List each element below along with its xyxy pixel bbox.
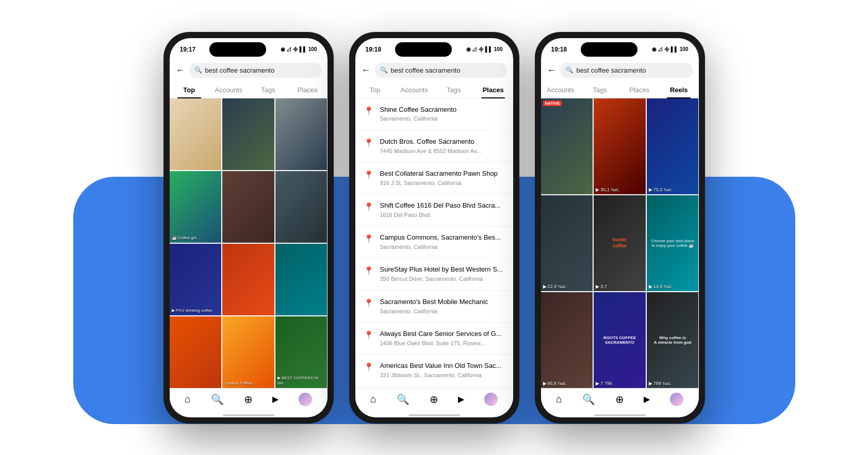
tab-tags-3[interactable]: Tags (580, 82, 620, 98)
label-11: Caribou Coffee... (224, 381, 255, 386)
nav-home-2[interactable]: ⌂ (370, 393, 376, 405)
photo-grid-1: ☕ Coffee girl ▶ POV drinking coffee (170, 98, 327, 388)
place-item-1[interactable]: 📍 Dutch Bros. Coffee Sacramento 7445 Mad… (355, 130, 513, 162)
photo-cell-7[interactable]: ▶ POV drinking coffee (170, 244, 222, 315)
place-name-6: Sacramento's Best Mobile Mechanic (380, 298, 505, 307)
place-name-0: Shine Coffee Sacramento (380, 106, 505, 114)
nav-search-1[interactable]: 🔍 (211, 393, 224, 406)
nav-reels-2[interactable]: ▶ (458, 394, 464, 404)
reels-grid: NATIVE ▶ 30,1 тыс. ▶ 70,3 тыс. (541, 98, 699, 388)
reel-cell-5[interactable]: truckscoffee ▶ 3,7 (594, 195, 646, 291)
status-time-1: 19:17 (180, 46, 196, 53)
content-3: NATIVE ▶ 30,1 тыс. ▶ 70,3 тыс. (541, 98, 699, 388)
place-name-4: Campus Commons, Sacramento's Bes... (380, 233, 505, 242)
place-addr-0: Sacramento, California (380, 115, 505, 122)
nav-add-2[interactable]: ⊕ (430, 393, 438, 406)
tab-tags-1[interactable]: Tags (249, 82, 288, 98)
place-item-2[interactable]: 📍 Best Collateral Sacramento Pawn Shop 9… (355, 162, 513, 194)
overlay-10 (170, 316, 222, 388)
overlay-4: ☕ Coffee girl (170, 171, 222, 243)
tabs-3: Accounts Tags Places Reels (541, 82, 699, 98)
search-text-3: best coffee sacramento (577, 66, 646, 74)
tab-reels-3[interactable]: Reels (659, 82, 699, 98)
dynamic-island-2 (395, 42, 452, 57)
photo-cell-1[interactable] (170, 98, 222, 170)
dynamic-island-1 (209, 42, 266, 57)
signal-icon-1: ◉ ⊿ 令 ▌▌ 100 (281, 46, 317, 53)
signal-icon-3: ◉ ⊿ 令 ▌▌ 100 (652, 46, 689, 53)
reel-cell-6[interactable]: Choose your best place to enjoy your cof… (647, 195, 699, 291)
place-item-3[interactable]: 📍 Shift Coffee 1616 Del Paso Blvd Sacra.… (355, 194, 513, 226)
tab-top-1[interactable]: Top (170, 82, 209, 98)
reel-cell-1[interactable]: NATIVE (541, 98, 593, 194)
reel-overlay-3: ▶ 70,3 тыс. (649, 187, 673, 192)
search-text-2: best coffee sacramento (391, 66, 461, 74)
place-addr-7: 1406 Blue Oaks Blvd. Suite 175, Rosevi..… (380, 340, 505, 347)
tab-tags-2[interactable]: Tags (434, 82, 474, 98)
reel-cell-7[interactable]: ▶ 95,8 тыс. (541, 292, 593, 388)
tab-accounts-2[interactable]: Accounts (395, 82, 434, 98)
phone-1-screen: 19:17 ◉ ⊿ 令 ▌▌ 100 ← 🔍 best coffee sacra… (170, 38, 327, 417)
place-item-0[interactable]: 📍 Shine Coffee Sacramento Sacramento, Ca… (355, 98, 513, 130)
place-item-4[interactable]: 📍 Campus Commons, Sacramento's Bes... Sa… (355, 226, 513, 258)
tab-places-1[interactable]: Places (288, 82, 327, 98)
tab-accounts-1[interactable]: Accounts (209, 82, 249, 98)
reel-count-6: 13,9 тыс. (653, 284, 673, 289)
reel-cell-4[interactable]: ▶ 22,9 тыс. (541, 195, 593, 291)
nav-add-3[interactable]: ⊕ (615, 393, 624, 406)
nav-avatar-2[interactable] (484, 393, 498, 406)
nav-home-3[interactable]: ⌂ (556, 393, 562, 405)
photo-cell-12[interactable]: ▶ BEST COFFEES IN NH (275, 316, 327, 388)
tab-places-3[interactable]: Places (620, 82, 660, 98)
back-button-1[interactable]: ← (176, 65, 185, 76)
play-icon-6: ▶ (649, 284, 652, 289)
scene: 19:17 ◉ ⊿ 令 ▌▌ 100 ← 🔍 best coffee sacra… (0, 0, 868, 455)
place-pin-5: 📍 (364, 266, 374, 276)
photo-cell-3[interactable] (275, 98, 327, 170)
back-button-3[interactable]: ← (547, 65, 556, 76)
nav-avatar-1[interactable] (299, 393, 312, 406)
photo-cell-2[interactable] (222, 98, 274, 170)
nav-search-2[interactable]: 🔍 (397, 393, 410, 406)
tab-top-2[interactable]: Top (355, 82, 395, 98)
reel-cell-2[interactable]: ▶ 30,1 тыс. (594, 98, 646, 194)
nav-reels-3[interactable]: ▶ (644, 394, 650, 404)
search-wrapper-1[interactable]: 🔍 best coffee sacramento (189, 63, 321, 78)
reel-cell-8[interactable]: ROOTS COFFEESACRAMENTO ▶ 7 796 (594, 292, 646, 388)
label-12: ▶ BEST COFFEES IN NH (277, 376, 325, 385)
back-button-2[interactable]: ← (362, 65, 371, 76)
photo-cell-6[interactable] (275, 171, 327, 243)
search-wrapper-2[interactable]: 🔍 best coffee sacramento (375, 63, 507, 78)
search-bar-2: ← 🔍 best coffee sacramento (355, 59, 513, 82)
nav-add-1[interactable]: ⊕ (244, 393, 253, 406)
photo-cell-10[interactable] (170, 316, 222, 388)
place-item-6[interactable]: 📍 Sacramento's Best Mobile Mechanic Sacr… (355, 291, 513, 323)
tabs-1: Top Accounts Tags Places (170, 82, 327, 98)
nav-search-3[interactable]: 🔍 (582, 393, 595, 406)
status-time-3: 19:18 (551, 46, 567, 53)
place-info-3: Shift Coffee 1616 Del Paso Blvd Sacra...… (380, 201, 505, 218)
search-wrapper-3[interactable]: 🔍 best coffee sacramento (561, 63, 693, 78)
place-pin-1: 📍 (364, 138, 374, 148)
play-icon-3: ▶ (649, 187, 652, 192)
nav-reels-1[interactable]: ▶ (272, 394, 279, 404)
place-pin-2: 📍 (364, 170, 374, 180)
place-pin-6: 📍 (364, 298, 374, 308)
place-pin-8: 📍 (364, 362, 374, 372)
nav-avatar-3[interactable] (670, 393, 683, 406)
place-item-8[interactable]: 📍 Americas Best Value Inn Old Town Sac..… (355, 355, 513, 386)
reel-cell-9[interactable]: Why coffee isA miracle from god ▶ 789 ты… (647, 292, 699, 388)
tab-places-2[interactable]: Places (473, 82, 513, 98)
nav-home-1[interactable]: ⌂ (185, 393, 191, 405)
photo-cell-8[interactable] (222, 244, 274, 315)
photo-cell-5[interactable] (222, 171, 274, 243)
place-name-3: Shift Coffee 1616 Del Paso Blvd Sacra... (380, 201, 505, 210)
place-item-5[interactable]: 📍 SureStay Plus Hotel by Best Western S.… (355, 258, 513, 290)
place-item-7[interactable]: 📍 Always Best Care Senior Services of G.… (355, 323, 513, 355)
photo-cell-9[interactable] (275, 244, 327, 315)
photo-cell-11[interactable]: Caribou Coffee... (222, 316, 274, 388)
tab-accounts-3[interactable]: Accounts (541, 82, 581, 98)
reel-cell-3[interactable]: ▶ 70,3 тыс. (647, 98, 699, 194)
reel-overlay-5: ▶ 3,7 (596, 284, 607, 289)
photo-cell-4[interactable]: ☕ Coffee girl (170, 171, 222, 243)
